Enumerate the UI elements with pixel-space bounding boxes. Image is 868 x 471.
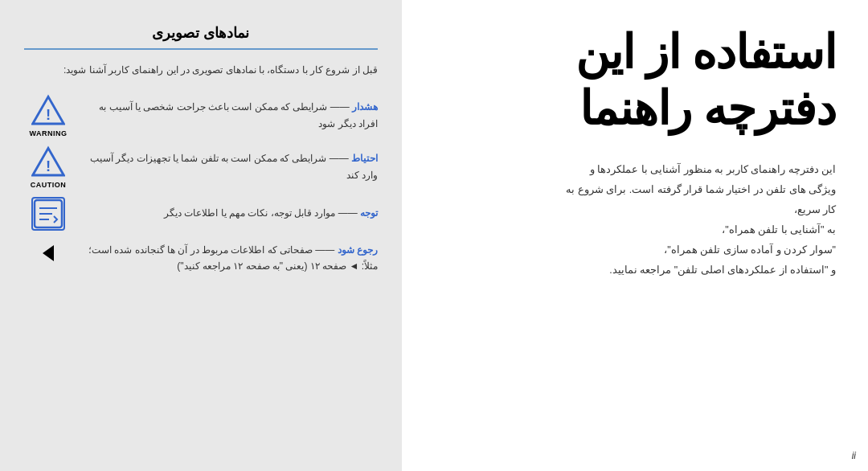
right-title: استفاده از ایندفترچه راهنما (426, 24, 836, 136)
note-icon-svg (33, 199, 63, 229)
svg-text:!: ! (46, 106, 51, 123)
right-body: این دفترچه راهنمای کاربر به منظور آشنایی… (426, 160, 836, 281)
left-intro-text: قبل از شروع کار با دستگاه، با نمادهای تص… (24, 62, 378, 80)
reference-text: رجوع شود —— صفحاتی که اطلاعات مربوط در آ… (80, 242, 378, 275)
svg-text:!: ! (46, 158, 51, 174)
body-line-6: و "استفاده از عملکردهای اصلی تلفن" مراجع… (609, 264, 836, 276)
warning-label: هشدار (352, 101, 378, 113)
note-text: توجه —— موارد قابل توجه، نکات مهم یا اطل… (80, 205, 378, 221)
body-line-2: ویژگی های تلفن در اختیار شما قرار گرفته … (566, 184, 836, 195)
page-number: ii (852, 450, 856, 461)
note-icon-box (24, 197, 72, 231)
caution-icon: ! (31, 145, 65, 179)
warning-text: هشدار —— شرایطی که ممکن است باعث جراحت ش… (80, 99, 378, 132)
warning-icon: ! (31, 94, 65, 128)
caution-text: احتیاط —— شرایطی که ممکن است به تلفن شما… (80, 150, 378, 183)
warning-dash: —— (327, 101, 349, 113)
left-panel: نمادهای تصویری قبل از شروع کار با دستگاه… (0, 0, 402, 471)
symbol-rows: هشدار —— شرایطی که ممکن است باعث جراحت ش… (24, 94, 378, 231)
left-panel-title: نمادهای تصویری (24, 24, 378, 50)
warning-icon-box: ! WARNING (24, 94, 72, 137)
note-label: توجه (360, 207, 378, 219)
reference-icon-box (24, 242, 72, 261)
body-line-1: این دفترچه راهنمای کاربر به منظور آشنایی… (590, 164, 836, 175)
caution-icon-box: ! CAUTION (24, 145, 72, 189)
right-wrapper: استفاده از ایندفترچه راهنما این دفترچه ر… (402, 0, 868, 471)
body-line-4: به "آشنایی با تلفن همراه"، (722, 224, 836, 236)
arrow-icon (43, 245, 54, 261)
note-desc: موارد قابل توجه، نکات مهم یا اطلاعات دیگ… (164, 207, 335, 219)
caution-label: احتیاط (351, 153, 378, 164)
note-row: توجه —— موارد قابل توجه، نکات مهم یا اطل… (24, 197, 378, 231)
reference-dash: —— (313, 244, 334, 256)
warning-row: هشدار —— شرایطی که ممکن است باعث جراحت ش… (24, 94, 378, 137)
caution-row: احتیاط —— شرایطی که ممکن است به تلفن شما… (24, 145, 378, 189)
warning-icon-label: WARNING (30, 129, 68, 137)
note-dash: —— (335, 207, 357, 219)
note-icon (31, 197, 65, 231)
reference-row: رجوع شود —— صفحاتی که اطلاعات مربوط در آ… (24, 242, 378, 275)
caution-dash: —— (326, 153, 348, 164)
caution-icon-label: CAUTION (31, 181, 67, 189)
body-line-5: "سوار کردن و آماده سازی تلفن همراه"، (664, 244, 836, 256)
body-line-3: کار سریع، (794, 204, 836, 215)
reference-desc1: صفحاتی که اطلاعات مربوط در آن ها گنجانده… (88, 244, 378, 272)
right-panel: استفاده از ایندفترچه راهنما این دفترچه ر… (402, 0, 868, 471)
reference-label: رجوع شود (338, 244, 378, 256)
